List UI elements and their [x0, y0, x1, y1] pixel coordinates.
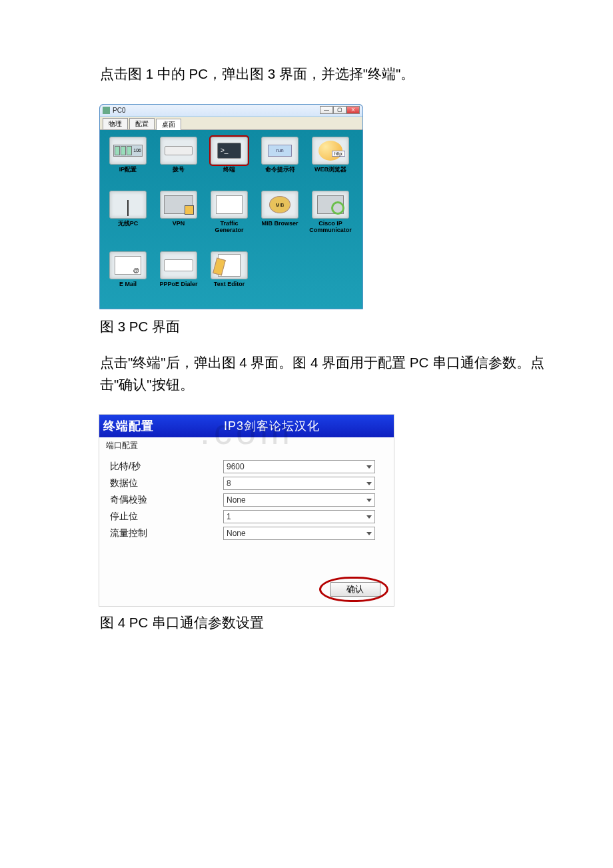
row-flowcontrol: 流量控制 None — [110, 527, 387, 540]
app-traffic-generator[interactable]: Traffic Generator — [205, 191, 253, 247]
app-label: Cisco IP Communicator — [309, 221, 352, 234]
window-title: PC0 — [113, 107, 317, 114]
paragraph-2: 点击"终端"后，弹出图 4 界面。图 4 界面用于配置 PC 串口通信参数。点击… — [68, 352, 546, 396]
ok-button[interactable]: 确认 — [330, 582, 380, 597]
parity-label: 奇偶校验 — [110, 494, 223, 506]
maximize-button[interactable]: ▢ — [333, 106, 346, 114]
app-terminal[interactable]: >_ 终端 — [205, 137, 253, 187]
traffic-icon — [216, 195, 243, 214]
app-cisco-ip-comm[interactable]: Cisco IP Communicator — [306, 191, 354, 247]
port-config-group-label: 端口配置 — [99, 437, 394, 453]
tab-physical[interactable]: 物理 — [103, 118, 128, 129]
flowcontrol-label: 流量控制 — [110, 527, 223, 539]
titlebar[interactable]: PC0 — ▢ X — [100, 105, 362, 117]
ip-config-icon: 106 — [113, 145, 143, 157]
row-databits: 数据位 8 — [110, 477, 387, 490]
app-wireless-pc[interactable]: 无线PC — [104, 191, 152, 247]
row-stopbits: 停止位 1 — [110, 510, 387, 523]
mib-icon: MIB — [269, 196, 291, 213]
terminal-config-panel: 终端配置 IP3剑客论坛汉化 端口配置 比特/秒 9600 数据位 8 奇偶校验… — [99, 414, 394, 607]
chevron-down-icon — [366, 532, 372, 535]
modem-icon — [165, 146, 193, 155]
app-pppoe-dialer[interactable]: PPPoE Dialer — [155, 251, 203, 301]
app-label: VPN — [173, 221, 185, 227]
chevron-down-icon — [366, 465, 372, 469]
app-web[interactable]: WEB浏览器 — [306, 137, 354, 187]
app-label: MIB Browser — [261, 221, 298, 227]
app-mib-browser[interactable]: MIB MIB Browser — [256, 191, 304, 247]
vpn-icon — [164, 195, 193, 214]
app-dial[interactable]: 拨号 — [155, 137, 203, 187]
pc-icon — [103, 107, 110, 114]
app-cmd[interactable]: run 命令提示符 — [256, 137, 304, 187]
chevron-down-icon — [366, 499, 372, 502]
close-button[interactable]: X — [346, 106, 360, 114]
terminal-circled: >_ — [211, 137, 248, 165]
tab-config[interactable]: 配置 — [129, 118, 155, 129]
stopbits-label: 停止位 — [110, 511, 223, 523]
terminal-config-title: 终端配置 — [103, 418, 154, 434]
app-label: PPPoE Dialer — [159, 281, 197, 288]
terminal-config-subtitle: IP3剑客论坛汉化 — [154, 418, 390, 434]
tab-bar: 物理 配置 桌面 — [100, 117, 362, 130]
browser-icon — [318, 141, 342, 161]
baud-select[interactable]: 9600 — [223, 460, 375, 473]
antenna-icon — [120, 193, 136, 216]
minimize-button[interactable]: — — [320, 106, 333, 114]
app-text-editor[interactable]: Text Editor — [205, 251, 253, 301]
chevron-down-icon — [366, 482, 372, 485]
app-label: 无线PC — [118, 221, 139, 227]
app-ip-config[interactable]: 106 IP配置 — [104, 137, 152, 187]
app-label: Traffic Generator — [215, 221, 243, 234]
parity-select[interactable]: None — [223, 493, 375, 507]
figure3-caption: 图 3 PC 界面 — [100, 317, 546, 336]
cmd-icon: run — [268, 145, 292, 157]
email-icon — [115, 256, 141, 275]
pc0-window: PC0 — ▢ X 物理 配置 桌面 106 IP配置 拨号 >_ 终端 — [99, 104, 363, 309]
baud-label: 比特/秒 — [110, 461, 223, 473]
databits-label: 数据位 — [110, 477, 223, 489]
app-label: IP配置 — [119, 167, 137, 173]
desktop-area: 106 IP配置 拨号 >_ 终端 run 命令提示符 WEB浏览器 无线PC — [100, 130, 362, 309]
figure4-caption: 图 4 PC 串口通信参数设置 — [100, 613, 546, 632]
app-label: 拨号 — [173, 167, 185, 173]
terminal-config-header: 终端配置 IP3剑客论坛汉化 — [99, 415, 394, 437]
row-parity: 奇偶校验 None — [110, 493, 387, 507]
config-rows: 比特/秒 9600 数据位 8 奇偶校验 None 停止位 1 流量控制 Non… — [99, 453, 394, 546]
texteditor-icon — [218, 254, 241, 277]
app-label: 命令提示符 — [265, 167, 295, 173]
databits-select[interactable]: 8 — [223, 477, 375, 490]
tab-desktop[interactable]: 桌面 — [156, 119, 181, 130]
app-label: E Mail — [119, 281, 137, 288]
paragraph-1: 点击图 1 中的 PC，弹出图 3 界面，并选择"终端"。 — [100, 63, 546, 85]
cisco-ip-icon — [317, 195, 344, 214]
app-label: WEB浏览器 — [314, 167, 346, 173]
chevron-down-icon — [366, 515, 372, 519]
flowcontrol-select[interactable]: None — [223, 527, 375, 540]
pppoe-icon — [164, 259, 193, 271]
app-email[interactable]: E Mail — [104, 251, 152, 301]
app-vpn[interactable]: VPN — [155, 191, 203, 247]
app-label: 终端 — [223, 167, 235, 173]
terminal-icon: >_ — [217, 143, 241, 159]
row-baud: 比特/秒 9600 — [110, 460, 387, 473]
stopbits-select[interactable]: 1 — [223, 510, 375, 523]
app-label: Text Editor — [214, 281, 245, 288]
